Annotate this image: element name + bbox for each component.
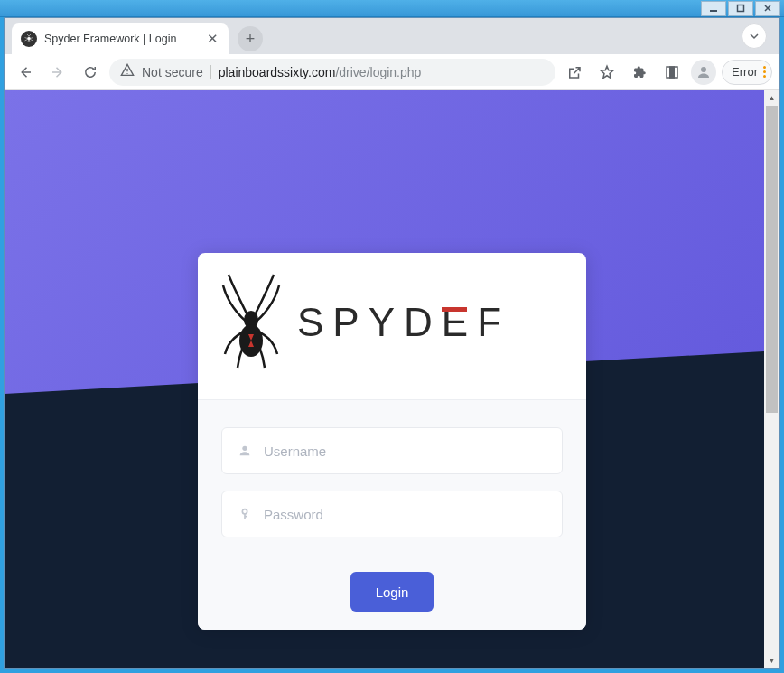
address-bar[interactable]: Not secure plainboardssixty.com/drive/lo… bbox=[109, 59, 555, 86]
password-row bbox=[221, 491, 563, 537]
profile-avatar-icon[interactable] bbox=[691, 60, 716, 85]
scrollbar-up-arrow-icon[interactable]: ▲ bbox=[764, 90, 779, 106]
svg-point-8 bbox=[242, 509, 247, 514]
svg-point-6 bbox=[239, 324, 263, 357]
url-text: plainboardssixty.com/drive/login.php bbox=[219, 65, 545, 79]
svg-point-7 bbox=[242, 446, 247, 451]
omnibox-divider bbox=[210, 65, 211, 79]
bookmark-star-icon[interactable] bbox=[593, 59, 621, 86]
spider-logo-icon bbox=[219, 273, 283, 372]
scrollbar-thumb[interactable] bbox=[766, 106, 778, 413]
nav-reload-button[interactable] bbox=[77, 59, 104, 86]
browser-window: Spyder Framework | Login ✕ + Not secure … bbox=[4, 17, 780, 669]
window-maximize-button[interactable] bbox=[728, 1, 753, 16]
tab-strip: Spyder Framework | Login ✕ + bbox=[5, 18, 779, 54]
tab-title: Spyder Framework | Login bbox=[44, 33, 198, 45]
error-label: Error bbox=[732, 65, 758, 79]
new-tab-button[interactable]: + bbox=[238, 26, 263, 51]
svg-rect-1 bbox=[738, 5, 744, 12]
login-button[interactable]: Login bbox=[350, 572, 434, 612]
logo-area: SPYDEF bbox=[198, 253, 586, 400]
window-close-button[interactable] bbox=[755, 1, 780, 16]
browser-menu-icon bbox=[763, 66, 766, 78]
browser-toolbar: Not secure plainboardssixty.com/drive/lo… bbox=[5, 54, 779, 90]
user-icon bbox=[237, 444, 253, 458]
tab-close-button[interactable]: ✕ bbox=[205, 32, 219, 46]
page-viewport: SPYDEF Login bbox=[5, 90, 779, 668]
url-domain: plainboardssixty.com bbox=[219, 65, 336, 79]
tab-favicon-spider-icon bbox=[21, 31, 37, 47]
os-titlebar bbox=[0, 0, 784, 17]
share-icon[interactable] bbox=[561, 59, 588, 86]
url-path: /drive/login.php bbox=[335, 65, 421, 79]
extensions-puzzle-icon[interactable] bbox=[626, 59, 653, 86]
scrollbar-down-arrow-icon[interactable]: ▼ bbox=[764, 653, 779, 668]
browser-error-indicator[interactable]: Error bbox=[722, 60, 772, 85]
not-secure-warning-icon bbox=[120, 63, 135, 80]
reading-list-icon[interactable] bbox=[658, 59, 686, 86]
svg-rect-3 bbox=[670, 67, 675, 78]
login-card: SPYDEF Login bbox=[198, 253, 586, 630]
nav-forward-button[interactable] bbox=[44, 59, 71, 86]
svg-point-4 bbox=[701, 67, 706, 72]
not-secure-label: Not secure bbox=[142, 65, 203, 79]
logo-wordmark: SPYDEF bbox=[297, 300, 510, 345]
tab-search-dropdown-button[interactable] bbox=[742, 23, 767, 49]
password-input[interactable] bbox=[264, 507, 547, 522]
username-row bbox=[221, 427, 563, 474]
nav-back-button[interactable] bbox=[12, 59, 39, 86]
login-form: Login bbox=[198, 400, 586, 630]
svg-rect-0 bbox=[710, 10, 717, 12]
lock-icon bbox=[237, 507, 253, 521]
username-input[interactable] bbox=[264, 444, 547, 459]
window-minimize-button[interactable] bbox=[701, 1, 726, 16]
browser-tab[interactable]: Spyder Framework | Login ✕ bbox=[12, 23, 229, 54]
vertical-scrollbar[interactable]: ▲ ▼ bbox=[764, 90, 779, 668]
